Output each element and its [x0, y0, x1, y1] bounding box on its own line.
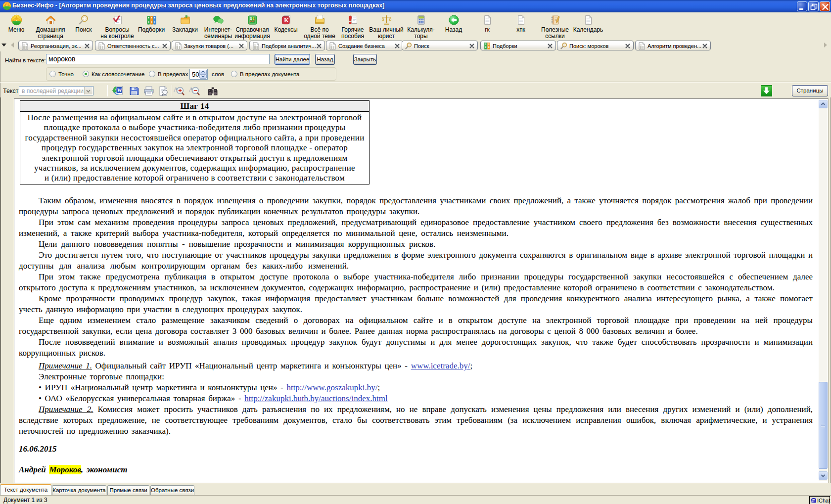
svg-text:€: € — [252, 17, 254, 20]
svg-text:W: W — [117, 88, 122, 93]
svg-text:K: K — [284, 17, 289, 24]
svg-text:$: $ — [250, 17, 252, 21]
